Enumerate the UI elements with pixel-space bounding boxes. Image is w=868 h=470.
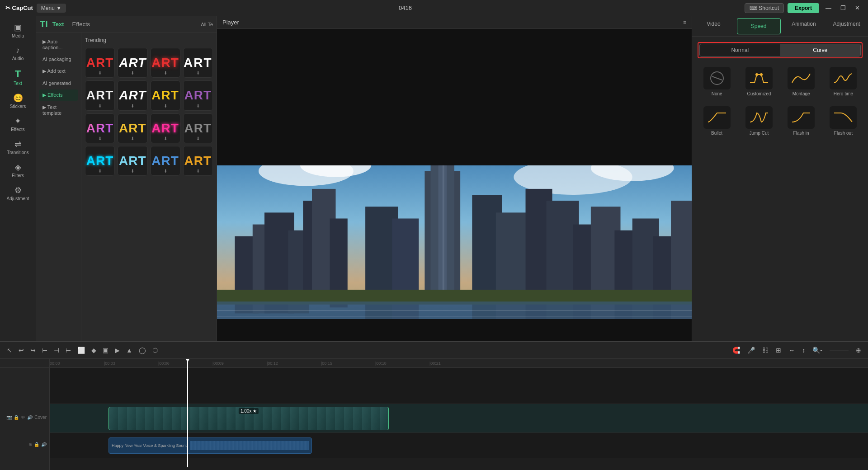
transitions-icon: ⇌ (14, 139, 21, 149)
trim-right[interactable]: ⊢ (63, 345, 73, 355)
art-item-5[interactable]: ART ⬇ (85, 80, 115, 110)
maximize-button[interactable]: ❐ (838, 4, 849, 12)
menu-button[interactable]: Menu ▼ (37, 4, 66, 13)
curve-flashin-svg (790, 109, 812, 126)
audio-track-label: ⊕ 🔒 🔊 (0, 431, 49, 458)
tool-stickers[interactable]: 😊 Stickers (2, 90, 34, 112)
split-tool[interactable]: ⊢ (40, 345, 50, 355)
curve-none[interactable]: None (698, 64, 736, 99)
art-text-3: ART (151, 56, 179, 70)
art-item-13[interactable]: ART ⬇ (85, 146, 115, 176)
crop-tool[interactable]: ⬜ (75, 345, 87, 355)
panel-effects-tab[interactable]: Effects (72, 21, 90, 28)
menu-text-template[interactable]: ▶ Text template (39, 102, 78, 118)
speed-curve-tab[interactable]: Curve (780, 44, 861, 56)
tool-media[interactable]: ▣ Media (2, 20, 34, 41)
tool-filters[interactable]: ◈ Filters (2, 160, 34, 181)
menu-effects[interactable]: ▶ Effects (39, 89, 78, 101)
all-tab[interactable]: All Te (201, 22, 213, 27)
audio-tool[interactable]: ▲ (124, 345, 135, 355)
art-item-6[interactable]: ART ⬇ (118, 80, 147, 110)
art-item-4[interactable]: ART ⬇ (183, 48, 213, 78)
art-item-10[interactable]: ART ⬇ (118, 113, 147, 143)
track-lock-icon[interactable]: 🔒 (14, 415, 19, 420)
track-sound-icon[interactable]: 🔊 (27, 415, 33, 420)
cursor-tool[interactable]: ↖ (5, 345, 14, 355)
audio-track-lock-icon[interactable]: 🔒 (34, 442, 39, 447)
split-audio-tool[interactable]: ⊞ (774, 345, 783, 355)
menu-ai-generated[interactable]: AI generated (39, 78, 78, 89)
art-item-2[interactable]: ART ⬇ (118, 48, 147, 78)
mute-tool[interactable]: ↕ (800, 345, 807, 355)
timeline-tracks[interactable]: 00:00 |00:03 |00:06 |00:09 |00:12 |00:15… (50, 359, 868, 470)
art-item-16[interactable]: ART ⬇ (183, 146, 213, 176)
menu-add-text[interactable]: ▶ Add text (39, 66, 78, 77)
audio-clip[interactable]: Happy New Year Voice & Sparkling Sound (108, 437, 312, 454)
minimize-button[interactable]: — (823, 4, 834, 12)
freeze-tool[interactable]: ◯ (137, 345, 148, 355)
main-video-clip[interactable]: 1.00x ★ (108, 407, 389, 430)
zoom-out[interactable]: 🔍- (810, 345, 825, 355)
art-item-15[interactable]: ART ⬇ (151, 146, 180, 176)
tool-text[interactable]: T Text (2, 66, 34, 89)
curve-hero-time[interactable]: Hero time (824, 64, 863, 99)
right-panel-body: Normal Curve None (692, 37, 868, 144)
magnet-tool[interactable]: 🧲 (730, 345, 742, 355)
play-tool[interactable]: ▶ (113, 345, 122, 355)
shortcut-button[interactable]: ⌨ Shortcut (745, 3, 784, 13)
curve-customized[interactable]: Customized (740, 64, 778, 99)
curve-flash-in[interactable]: Flash in (782, 103, 821, 139)
art-item-9[interactable]: ART ⬇ (85, 113, 115, 143)
tool-audio[interactable]: ♪ Audio (2, 43, 34, 64)
curve-flash-out[interactable]: Flash out (824, 103, 863, 139)
audio-track-vol-icon[interactable]: 🔊 (41, 442, 47, 447)
art-item-7[interactable]: ART ⬇ (151, 80, 180, 110)
art-text-12: ART (184, 121, 212, 136)
tab-animation[interactable]: Animation (783, 16, 826, 36)
tool-adjustment[interactable]: ⚙ Adjustment (2, 183, 34, 204)
track-camera-icon[interactable]: 📷 (6, 415, 12, 420)
curve-jump-cut[interactable]: Jump Cut (740, 103, 778, 139)
cover-label: Cover (34, 415, 47, 420)
curve-flash-out-label: Flash out (834, 131, 853, 136)
audio-track-add-icon[interactable]: ⊕ (28, 442, 32, 447)
art-item-11[interactable]: ART ⬇ (151, 113, 180, 143)
art-item-14[interactable]: ART ⬇ (118, 146, 147, 176)
tool-effects[interactable]: ✦ Effects (2, 113, 34, 135)
zoom-in[interactable]: ⊕ (854, 345, 863, 355)
curve-bullet[interactable]: Bullet (698, 103, 736, 139)
close-button[interactable]: ✕ (852, 4, 863, 12)
redo-button[interactable]: ↪ (28, 345, 38, 355)
mic-tool[interactable]: 🎤 (745, 345, 757, 355)
keyframe-tool[interactable]: ◆ (89, 345, 99, 355)
shape-tool[interactable]: ⬡ (150, 345, 160, 355)
art-item-8[interactable]: ART ⬇ (183, 80, 213, 110)
panel-text-icon: TI (40, 19, 48, 29)
track-eye-icon[interactable]: 👁 (21, 415, 25, 420)
tab-video[interactable]: Video (692, 16, 735, 36)
art-text-9: ART (86, 121, 114, 136)
export-button[interactable]: Export (788, 3, 819, 13)
art-item-1[interactable]: ART ⬇ (85, 48, 115, 78)
menu-auto-caption[interactable]: ▶ Auto caption... (39, 36, 78, 53)
audio-icon: ♪ (16, 46, 20, 55)
curve-montage[interactable]: Montage (782, 64, 821, 99)
tab-speed[interactable]: Speed (737, 18, 781, 34)
svg-line-34 (712, 76, 722, 80)
speed-normal-tab[interactable]: Normal (700, 44, 780, 56)
player-menu-icon[interactable]: ≡ (683, 19, 686, 26)
tab-adjustment[interactable]: Adjustment (825, 16, 868, 36)
topbar-left: ✂ CapCut Menu ▼ (5, 4, 66, 13)
trim-left[interactable]: ⊣ (52, 345, 61, 355)
media-tool[interactable]: ▣ (100, 345, 111, 355)
undo-button[interactable]: ↩ (16, 345, 26, 355)
art-item-12[interactable]: ART ⬇ (183, 113, 213, 143)
curve-flash-in-label: Flash in (793, 131, 809, 136)
tool-transitions[interactable]: ⇌ Transitions (2, 136, 34, 158)
link-tool[interactable]: ⛓ (760, 345, 771, 355)
art-item-3[interactable]: ART ⬇ (151, 48, 180, 78)
menu-ai-packaging[interactable]: AI packaging (39, 54, 78, 65)
lock-tool[interactable]: ↔ (786, 345, 797, 355)
video-preview (217, 165, 692, 319)
zoom-slider[interactable]: ——— (827, 345, 851, 355)
